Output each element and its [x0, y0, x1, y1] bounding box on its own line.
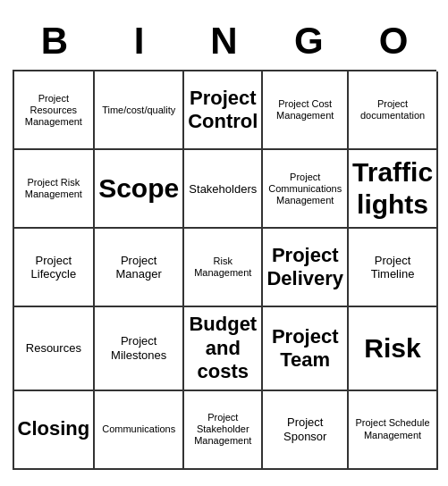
bingo-cell-text: Project Communications Management	[266, 172, 343, 207]
bingo-cell[interactable]: Project Delivery	[263, 229, 349, 307]
bingo-cell[interactable]: Project Communications Management	[263, 150, 349, 229]
bingo-cell-text: Project Milestones	[98, 334, 179, 362]
bingo-cell[interactable]: Resources	[14, 307, 96, 390]
bingo-cell[interactable]: Traffic lights	[349, 150, 438, 229]
bingo-cell[interactable]: Project Timeline	[349, 229, 438, 307]
bingo-cell-text: Project documentation	[352, 98, 433, 122]
bingo-cell-text: Project Manager	[98, 254, 179, 281]
bingo-cell-text: Project Cost Management	[266, 98, 343, 122]
bingo-cell[interactable]: Time/cost/quality	[95, 71, 184, 150]
bingo-cell[interactable]: Project Milestones	[95, 307, 184, 390]
bingo-cell-text: Project Control	[188, 87, 258, 134]
bingo-cell[interactable]: Project Resources Management	[14, 71, 96, 150]
bingo-cell[interactable]: Project Sponsor	[263, 391, 349, 470]
bingo-letter: B	[13, 16, 97, 66]
bingo-cell[interactable]: Project Lifecycle	[14, 229, 96, 307]
bingo-cell-text: Project Stakeholder Management	[188, 412, 258, 448]
bingo-cell-text: Resources	[26, 341, 81, 356]
bingo-grid: Project Resources ManagementTime/cost/qu…	[13, 70, 436, 469]
bingo-letter: G	[266, 16, 351, 66]
bingo-cell-text: Project Schedule Management	[352, 417, 433, 440]
bingo-cell-text: Project Lifecycle	[18, 254, 90, 281]
bingo-letter: O	[351, 16, 436, 66]
bingo-cell[interactable]: Project Stakeholder Management	[184, 391, 263, 470]
bingo-header: BINGO	[13, 16, 436, 66]
bingo-card: BINGO Project Resources ManagementTime/c…	[5, 9, 444, 476]
bingo-letter: I	[97, 16, 182, 66]
bingo-cell-text: Risk Management	[188, 256, 258, 279]
bingo-cell[interactable]: Scope	[95, 150, 184, 229]
bingo-cell-text: Project Risk Management	[18, 177, 90, 200]
bingo-cell-text: Stakeholders	[189, 182, 257, 197]
bingo-cell-text: Risk	[364, 332, 420, 364]
bingo-cell-text: Scope	[98, 172, 179, 205]
bingo-cell[interactable]: Project Schedule Management	[349, 391, 438, 470]
bingo-cell[interactable]: Budget and costs	[184, 307, 263, 390]
bingo-cell-text: Project Resources Management	[18, 93, 90, 129]
bingo-cell-text: Project Sponsor	[266, 415, 343, 443]
bingo-cell-text: Time/cost/quality	[102, 105, 175, 116]
bingo-cell-text: Traffic lights	[352, 156, 433, 221]
bingo-cell[interactable]: Project Cost Management	[263, 71, 349, 150]
bingo-cell-text: Communications	[102, 423, 175, 435]
bingo-letter: N	[182, 16, 266, 66]
bingo-cell[interactable]: Risk	[349, 307, 438, 390]
bingo-cell[interactable]: Project Control	[184, 71, 263, 150]
bingo-cell[interactable]: Closing	[14, 391, 96, 470]
bingo-cell-text: Project Timeline	[352, 254, 433, 281]
bingo-cell[interactable]: Project documentation	[349, 71, 438, 150]
bingo-cell[interactable]: Risk Management	[184, 229, 263, 307]
bingo-cell-text: Project Delivery	[266, 244, 343, 291]
bingo-cell[interactable]: Communications	[95, 391, 184, 470]
bingo-cell-text: Budget and costs	[188, 313, 258, 383]
bingo-cell[interactable]: Project Team	[263, 307, 349, 390]
bingo-cell[interactable]: Project Risk Management	[14, 150, 96, 229]
bingo-cell[interactable]: Project Manager	[95, 229, 184, 307]
bingo-cell-text: Project Team	[266, 325, 343, 373]
bingo-cell[interactable]: Stakeholders	[184, 150, 263, 229]
bingo-cell-text: Closing	[18, 417, 90, 440]
